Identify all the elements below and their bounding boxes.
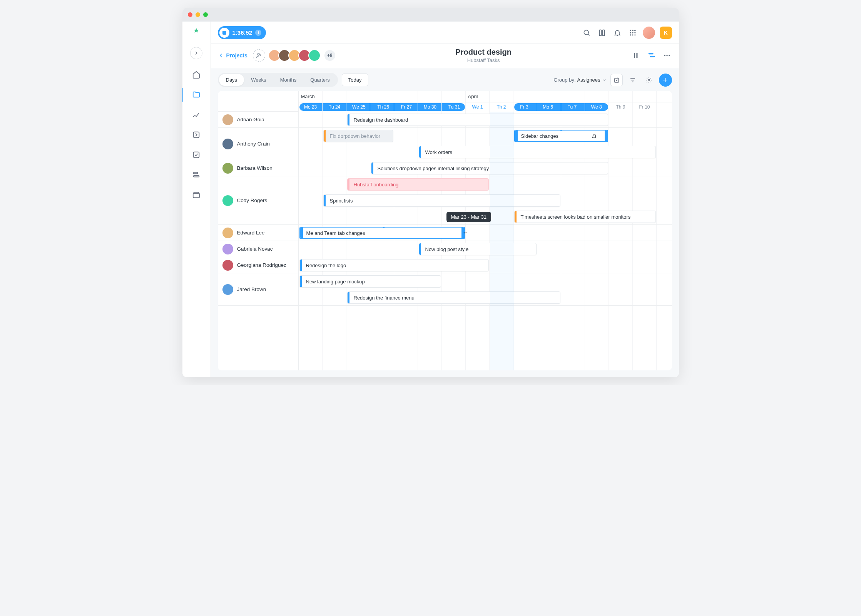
- app-logo-icon[interactable]: [192, 27, 201, 36]
- task-label: Sprint lists: [330, 198, 353, 204]
- svg-rect-19: [650, 56, 655, 57]
- task-label: Timesheets screen looks bad on smaller m…: [521, 214, 631, 220]
- assignee-row: Gabriela Novac: [218, 241, 298, 257]
- timer-widget[interactable]: 1:36:52 i: [218, 26, 266, 39]
- task-bar[interactable]: Timesheets screen looks bad on smaller m…: [514, 211, 656, 223]
- settings-icon[interactable]: [643, 74, 655, 86]
- svg-rect-7: [602, 30, 604, 35]
- task-bar[interactable]: Redesign the finance menu: [347, 291, 560, 304]
- stop-timer-button[interactable]: [219, 28, 229, 38]
- archive-icon[interactable]: [192, 190, 201, 199]
- assignee-name: Anthony Crain: [237, 141, 270, 147]
- svg-rect-3: [194, 176, 199, 177]
- workspace-badge[interactable]: K: [660, 27, 672, 39]
- svg-point-10: [634, 30, 635, 31]
- assignee-avatar: [222, 195, 233, 206]
- svg-point-13: [634, 32, 635, 33]
- apps-grid-icon[interactable]: [627, 27, 638, 38]
- assignee-name: Edward Lee: [237, 230, 265, 236]
- svg-rect-6: [599, 30, 601, 35]
- svg-point-9: [632, 30, 633, 31]
- view-timeline-icon[interactable]: [647, 50, 657, 60]
- folder-icon[interactable]: [192, 90, 201, 99]
- task-label: Solutions dropdown pages internal linkin…: [378, 166, 489, 171]
- search-icon[interactable]: [581, 27, 592, 38]
- task-bar[interactable]: Fix dorpdown behavior: [323, 130, 393, 142]
- task-bar[interactable]: Sprint lists: [323, 194, 560, 207]
- bell-icon[interactable]: [612, 27, 623, 38]
- filter-icon[interactable]: [627, 74, 639, 86]
- task-bar[interactable]: Redesign the logo: [299, 259, 489, 271]
- task-label: Sidebar changes: [521, 133, 559, 139]
- scale-option-quarters[interactable]: Quarters: [303, 74, 337, 86]
- home-icon[interactable]: [192, 70, 201, 79]
- nav-forward-button[interactable]: [190, 47, 202, 59]
- assignee-avatar: [222, 260, 233, 271]
- task-label: Redesign the logo: [306, 263, 346, 268]
- more-menu-icon[interactable]: [662, 50, 672, 60]
- task-bar[interactable]: Sidebar changes: [514, 130, 608, 142]
- assignee-row: Adrian Goia: [218, 112, 298, 128]
- project-header: Projects +8 Product design Hubstaff Task…: [211, 44, 679, 68]
- back-link[interactable]: Projects: [218, 52, 247, 59]
- panels-icon[interactable]: [597, 27, 607, 38]
- assignee-row: Edward Lee: [218, 225, 298, 241]
- task-bar[interactable]: Redesign the dashboard: [347, 114, 608, 126]
- window-maximize-icon[interactable]: [203, 12, 208, 17]
- svg-point-8: [630, 30, 631, 31]
- task-bar[interactable]: New landing page mockup: [299, 275, 441, 288]
- task-label: Work orders: [425, 149, 453, 155]
- member-avatar[interactable]: [308, 49, 321, 62]
- svg-point-16: [634, 34, 635, 35]
- task-label: Hubstaff onboarding: [354, 182, 399, 187]
- avatar-stack: [271, 49, 321, 62]
- svg-point-5: [584, 30, 588, 35]
- svg-rect-2: [194, 172, 198, 174]
- roadmap-icon[interactable]: [192, 170, 201, 179]
- avatar-overflow[interactable]: +8: [324, 49, 336, 62]
- assignee-avatar: [222, 163, 233, 174]
- groupby-value: Assignees: [577, 77, 600, 83]
- scale-segmented-control: DaysWeeksMonthsQuarters: [218, 73, 338, 87]
- checklist-icon[interactable]: [192, 150, 201, 159]
- breadcrumb-label: Projects: [226, 52, 247, 59]
- svg-point-20: [664, 55, 665, 56]
- gantt-chart: Adrian GoiaAnthony CrainBarbara WilsonCo…: [218, 91, 672, 370]
- task-bar[interactable]: Hubstaff onboarding: [347, 178, 489, 191]
- svg-point-14: [630, 34, 631, 35]
- scale-option-days[interactable]: Days: [219, 74, 244, 86]
- svg-rect-18: [648, 53, 653, 55]
- today-button[interactable]: Today: [342, 74, 368, 86]
- add-member-button[interactable]: [253, 49, 265, 62]
- task-bar[interactable]: Me and Team tab changes: [299, 227, 465, 239]
- activity-icon[interactable]: [192, 130, 201, 139]
- clear-dates-button[interactable]: [610, 74, 623, 86]
- svg-point-24: [648, 79, 650, 81]
- page-title: Product design: [341, 48, 626, 57]
- assignee-avatar: [222, 114, 233, 125]
- task-label: Fix dorpdown behavior: [330, 133, 381, 139]
- scale-option-weeks[interactable]: Weeks: [244, 74, 273, 86]
- window-minimize-icon[interactable]: [196, 12, 200, 17]
- add-task-button[interactable]: +: [659, 74, 672, 87]
- assignee-name: Adrian Goia: [237, 117, 264, 122]
- task-label: Redesign the finance menu: [354, 295, 415, 301]
- task-bar[interactable]: Now blog post style: [419, 243, 537, 255]
- assignee-name: Gabriela Novac: [237, 246, 273, 252]
- assignee-row: Jared Brown: [218, 273, 298, 306]
- task-label: Me and Team tab changes: [306, 230, 365, 236]
- task-bar[interactable]: Solutions dropdown pages internal linkin…: [371, 162, 608, 174]
- view-columns-icon[interactable]: [631, 50, 641, 60]
- sprint-icon[interactable]: [192, 110, 201, 119]
- groupby-dropdown[interactable]: Group by: Assignees: [553, 77, 606, 83]
- user-avatar[interactable]: [643, 27, 655, 39]
- window-close-icon[interactable]: [188, 12, 192, 17]
- page-subtitle: Hubstaff Tasks: [341, 57, 626, 63]
- task-bar[interactable]: Work orders: [419, 146, 656, 158]
- window-titlebar: [182, 8, 679, 22]
- svg-point-22: [669, 55, 670, 56]
- scale-option-months[interactable]: Months: [273, 74, 304, 86]
- timer-info-icon[interactable]: i: [255, 30, 261, 36]
- assignee-avatar: [222, 284, 233, 295]
- assignee-row: Georgiana Rodriguez: [218, 257, 298, 273]
